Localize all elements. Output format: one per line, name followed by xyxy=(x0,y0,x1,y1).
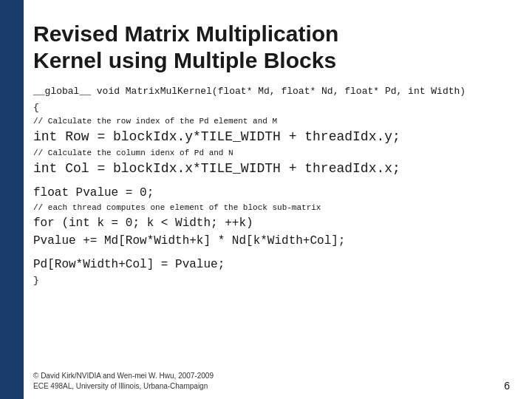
comment1: // Calculate the row index of the Pd ele… xyxy=(33,115,510,128)
copyright-line2: ECE 498AL, University of Illinois, Urban… xyxy=(33,382,208,390)
global-decl: __global__ void MatrixMulKernel(float* M… xyxy=(33,84,510,99)
final-assign: Pd[Row*Width+Col] = Pvalue; xyxy=(33,256,510,273)
title-line1: Revised Matrix Multiplication xyxy=(33,21,338,46)
row-code: int Row = blockIdx.y*TILE_WIDTH + thread… xyxy=(33,128,510,146)
col-code: int Col = blockIdx.x*TILE_WIDTH + thread… xyxy=(33,160,510,178)
page-number: 6 xyxy=(504,380,510,392)
code-block: __global__ void MatrixMulKernel(float* M… xyxy=(33,84,510,288)
open-brace: { xyxy=(33,100,510,115)
copyright-line1: © David Kirk/NVIDIA and Wen-mei W. Hwu, … xyxy=(33,372,214,380)
close-brace: } xyxy=(33,273,510,288)
slide-title: Revised Matrix Multiplication Kernel usi… xyxy=(33,21,510,74)
comment3: // each thread computes one element of t… xyxy=(33,202,510,214)
pvalue-code: float Pvalue = 0; xyxy=(33,184,510,202)
pvalue-update: Pvalue += Md[Row*Width+k] * Nd[k*Width+C… xyxy=(33,232,510,250)
copyright-text: © David Kirk/NVIDIA and Wen-mei W. Hwu, … xyxy=(33,371,214,392)
title-line2: Kernel using Multiple Blocks xyxy=(33,48,336,72)
left-accent-bar xyxy=(0,0,24,399)
for-code: for (int k = 0; k < Width; ++k) xyxy=(33,214,510,232)
slide-footer: © David Kirk/NVIDIA and Wen-mei W. Hwu, … xyxy=(33,371,510,392)
slide: Revised Matrix Multiplication Kernel usi… xyxy=(0,0,532,399)
comment2: // Calculate the column idenx of Pd and … xyxy=(33,147,510,160)
